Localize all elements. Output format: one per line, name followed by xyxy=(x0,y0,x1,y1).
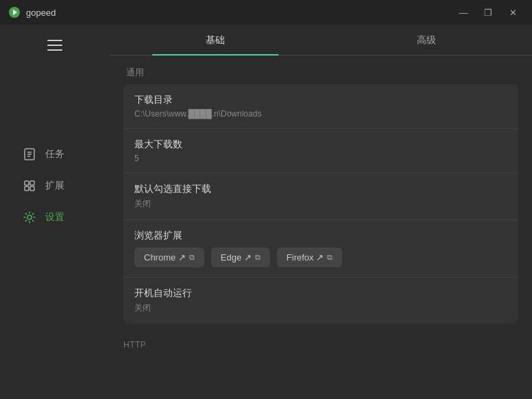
titlebar: gopeed — ❐ ✕ xyxy=(0,0,532,25)
max-downloads-value: 5 xyxy=(134,154,507,163)
direct-download-value: 关闭 xyxy=(134,198,507,210)
hamburger-line-3 xyxy=(47,49,62,51)
auto-start-label: 开机自动运行 xyxy=(134,287,507,300)
edge-extension-button[interactable]: Edge ↗ ⧉ xyxy=(211,247,270,267)
minimize-button[interactable]: — xyxy=(452,4,474,21)
tabs-bar: 基础 高级 xyxy=(110,25,532,56)
chrome-external-icon: ⧉ xyxy=(189,253,195,262)
setting-row-browser-extension: 浏览器扩展 Chrome ↗ ⧉ Edge ↗ ⧉ Firefox ↗ ⧉ xyxy=(123,220,518,278)
tasks-icon xyxy=(22,147,37,162)
firefox-external-icon: ⧉ xyxy=(327,253,332,262)
close-button[interactable]: ✕ xyxy=(502,4,524,21)
download-dir-label: 下载目录 xyxy=(134,94,507,106)
hamburger-line-1 xyxy=(47,40,62,41)
edge-external-icon: ⧉ xyxy=(255,253,261,262)
maximize-button[interactable]: ❐ xyxy=(477,4,499,21)
setting-row-max-downloads[interactable]: 最大下载数 5 xyxy=(123,129,518,173)
section-http-title: HTTP xyxy=(123,335,518,354)
extensions-icon xyxy=(22,178,37,193)
sidebar-item-extensions[interactable]: 扩展 xyxy=(11,171,99,200)
firefox-extension-button[interactable]: Firefox ↗ ⧉ xyxy=(277,247,342,267)
max-downloads-label: 最大下载数 xyxy=(134,138,507,151)
titlebar-controls: — ❐ ✕ xyxy=(452,4,524,21)
chrome-button-label: Chrome ↗ xyxy=(144,252,186,263)
auto-start-value: 关闭 xyxy=(134,302,507,314)
svg-rect-6 xyxy=(25,181,29,185)
content-area: 基础 高级 通用 下载目录 C:\Users\www.████.n\Downlo… xyxy=(110,25,532,399)
sidebar-nav: 任务 扩展 xyxy=(0,140,110,232)
browser-buttons-group: Chrome ↗ ⧉ Edge ↗ ⧉ Firefox ↗ ⧉ xyxy=(134,247,507,267)
direct-download-label: 默认勾选直接下载 xyxy=(134,183,507,195)
sidebar-item-settings[interactable]: 设置 xyxy=(11,203,99,232)
settings-label: 设置 xyxy=(45,211,64,223)
setting-row-direct-download[interactable]: 默认勾选直接下载 关闭 xyxy=(123,173,518,220)
svg-rect-8 xyxy=(25,186,29,191)
app-title-text: gopeed xyxy=(26,8,56,18)
settings-general-card: 下载目录 C:\Users\www.████.n\Downloads 最大下载数… xyxy=(123,84,518,324)
setting-row-download-dir[interactable]: 下载目录 C:\Users\www.████.n\Downloads xyxy=(123,84,518,129)
hamburger-line-2 xyxy=(47,45,62,46)
firefox-button-label: Firefox ↗ xyxy=(287,252,324,263)
svg-rect-9 xyxy=(30,186,34,191)
chrome-extension-button[interactable]: Chrome ↗ ⧉ xyxy=(134,247,204,267)
setting-row-auto-start[interactable]: 开机自动运行 关闭 xyxy=(123,278,518,324)
browser-extension-label: 浏览器扩展 xyxy=(134,230,507,242)
tab-advanced[interactable]: 高级 xyxy=(321,25,532,55)
svg-rect-7 xyxy=(30,181,34,185)
extensions-label: 扩展 xyxy=(45,180,64,192)
settings-panel: 通用 下载目录 C:\Users\www.████.n\Downloads 最大… xyxy=(110,56,532,399)
tab-basic[interactable]: 基础 xyxy=(110,25,321,55)
svg-point-10 xyxy=(27,215,32,219)
titlebar-left: gopeed xyxy=(8,6,56,19)
sidebar-item-tasks[interactable]: 任务 xyxy=(11,140,99,169)
settings-icon xyxy=(22,210,37,225)
main-layout: 任务 扩展 xyxy=(0,25,532,399)
tasks-label: 任务 xyxy=(45,148,64,160)
section-general-title: 通用 xyxy=(123,66,518,79)
download-dir-value: C:\Users\www.████.n\Downloads xyxy=(134,109,507,119)
sidebar: 任务 扩展 xyxy=(0,25,110,399)
menu-toggle-button[interactable] xyxy=(41,33,69,58)
app-logo xyxy=(8,6,21,19)
edge-button-label: Edge ↗ xyxy=(221,252,252,263)
